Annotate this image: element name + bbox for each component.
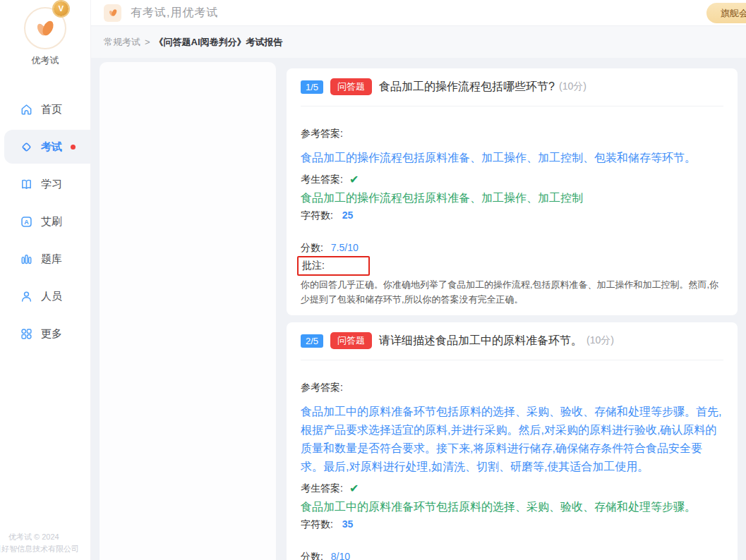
book-icon <box>20 178 33 191</box>
note-text: 你的回答几乎正确。你准确地列举了食品加工的操作流程,包括原料准备、加工操作和加工… <box>301 278 723 308</box>
sidebar-item-study[interactable]: 学习 <box>0 167 90 201</box>
topbar-logo-icon <box>104 4 121 22</box>
sidebar-item-label: 考试 <box>41 140 62 154</box>
score-row: 分数: 7.5/10 <box>301 242 723 255</box>
sidebar-item-question-bank[interactable]: 题库 <box>0 242 90 276</box>
question-index-badge: 2/5 <box>301 334 323 348</box>
score-value: 7.5/10 <box>331 242 359 253</box>
question-list: 1/5 问答题 食品加工的操作流程包括哪些环节? (10分) 参考答案: 食品加… <box>287 68 738 560</box>
company-line: 州好智信息技术有限公司 <box>0 543 90 556</box>
question-card: 1/5 问答题 食品加工的操作流程包括哪些环节? (10分) 参考答案: 食品加… <box>287 68 738 315</box>
sidebar-item-label: 人员 <box>41 290 62 303</box>
char-count-row: 字符数: 35 <box>301 518 723 531</box>
char-count-label: 字符数: <box>301 518 333 530</box>
answer-sheet-panel <box>100 62 276 560</box>
main-area: 有考试,用优考试 旗舰会员 常规考试 > 《问答题AI阅卷判分》考试报告 1/5… <box>90 0 746 560</box>
sidebar-item-label: 题库 <box>41 252 62 266</box>
reference-answer-label: 参考答案: <box>301 128 723 140</box>
people-icon <box>20 290 33 303</box>
notification-dot <box>71 145 76 150</box>
question-header: 1/5 问答题 食品加工的操作流程包括哪些环节? (10分) <box>301 78 723 95</box>
sidebar-nav: 首页 考试 学习 A 艾刷 <box>0 92 90 351</box>
student-answer-row: 考生答案: ✔ <box>301 482 723 495</box>
leaf-v-icon <box>107 7 119 18</box>
sidebar-item-more[interactable]: 更多 <box>0 317 90 351</box>
app-window: V 优考试 首页 考试 学习 <box>0 0 746 560</box>
copyright-line: 优考试 © 2024 <box>0 531 90 544</box>
sidebar-footer: 优考试 © 2024 州好智信息技术有限公司 <box>0 531 90 556</box>
breadcrumb-separator: > <box>145 37 150 47</box>
reference-answer-label: 参考答案: <box>301 382 723 394</box>
sidebar-item-people[interactable]: 人员 <box>0 279 90 313</box>
topbar: 有考试,用优考试 旗舰会员 <box>91 0 746 26</box>
sidebar-item-home[interactable]: 首页 <box>0 92 90 126</box>
brand-logo: V 优考试 <box>0 0 90 67</box>
sidebar-item-aibrush[interactable]: A 艾刷 <box>0 205 90 238</box>
question-header: 2/5 问答题 请详细描述食品加工中的原料准备环节。 (10分) <box>301 332 723 349</box>
divider <box>301 106 723 106</box>
question-title: 食品加工的操作流程包括哪些环节? <box>379 80 555 95</box>
correct-check-icon: ✔ <box>349 173 359 186</box>
note-label-highlight-box: 批注: <box>297 256 370 276</box>
score-row: 分数: 8/10 <box>301 551 723 560</box>
sidebar-item-label: 首页 <box>41 103 62 116</box>
char-count-value: 35 <box>342 518 354 530</box>
note-row: 批注: <box>301 256 723 276</box>
topbar-slogan: 有考试,用优考试 <box>131 6 218 20</box>
a-brush-icon: A <box>20 215 33 229</box>
reference-answer: 食品加工中的原料准备环节包括原料的选择、采购、验收、存储和处理等步骤。首先,根据… <box>301 403 723 476</box>
vip-seal-icon: V <box>54 1 68 16</box>
question-bank-icon <box>20 252 33 266</box>
sidebar-item-label: 更多 <box>41 327 62 341</box>
char-count-label: 字符数: <box>301 209 333 221</box>
breadcrumb: 常规考试 > 《问答题AI阅卷判分》考试报告 <box>91 26 746 58</box>
question-type-badge: 问答题 <box>330 332 372 349</box>
breadcrumb-current: 《问答题AI阅卷判分》考试报告 <box>155 36 283 49</box>
score-label: 分数: <box>301 242 323 253</box>
sidebar-item-label: 艾刷 <box>41 215 62 229</box>
score-label: 分数: <box>301 551 323 560</box>
char-count-row: 字符数: 25 <box>301 209 723 222</box>
sidebar-item-label: 学习 <box>41 178 62 191</box>
correct-check-icon: ✔ <box>349 482 359 495</box>
question-points: (10分) <box>559 80 586 93</box>
sidebar: V 优考试 首页 考试 学习 <box>0 0 90 560</box>
student-answer: 食品加工中的原料准备环节包括原料的选择、采购、验收、存储和处理等步骤。 <box>301 499 723 516</box>
question-card: 2/5 问答题 请详细描述食品加工中的原料准备环节。 (10分) 参考答案: 食… <box>287 322 738 560</box>
question-points: (10分) <box>586 334 614 347</box>
question-index-badge: 1/5 <box>301 80 323 94</box>
more-grid-icon <box>20 327 33 341</box>
score-value: 8/10 <box>331 551 350 560</box>
breadcrumb-root[interactable]: 常规考试 <box>104 36 140 49</box>
char-count-value: 25 <box>342 209 354 221</box>
sidebar-item-exam[interactable]: 考试 <box>4 130 90 164</box>
home-icon <box>20 103 33 116</box>
question-type-badge: 问答题 <box>330 78 372 95</box>
brand-name: 优考试 <box>0 54 90 67</box>
svg-text:A: A <box>24 218 29 225</box>
leaf-v-icon <box>32 16 58 41</box>
reference-answer: 食品加工的操作流程包括原料准备、加工操作、加工控制、包装和储存等环节。 <box>301 149 723 167</box>
vip-member-button[interactable]: 旗舰会员 <box>706 3 746 23</box>
student-answer-row: 考生答案: ✔ <box>301 173 723 186</box>
student-answer: 食品加工的操作流程包括原料准备、加工操作、加工控制 <box>301 190 723 207</box>
student-answer-label: 考生答案: <box>301 174 343 186</box>
exam-icon <box>20 140 33 154</box>
divider <box>301 360 723 360</box>
question-title: 请详细描述食品加工中的原料准备环节。 <box>379 334 582 348</box>
student-answer-label: 考生答案: <box>301 482 343 495</box>
report-content: 1/5 问答题 食品加工的操作流程包括哪些环节? (10分) 参考答案: 食品加… <box>91 58 746 560</box>
